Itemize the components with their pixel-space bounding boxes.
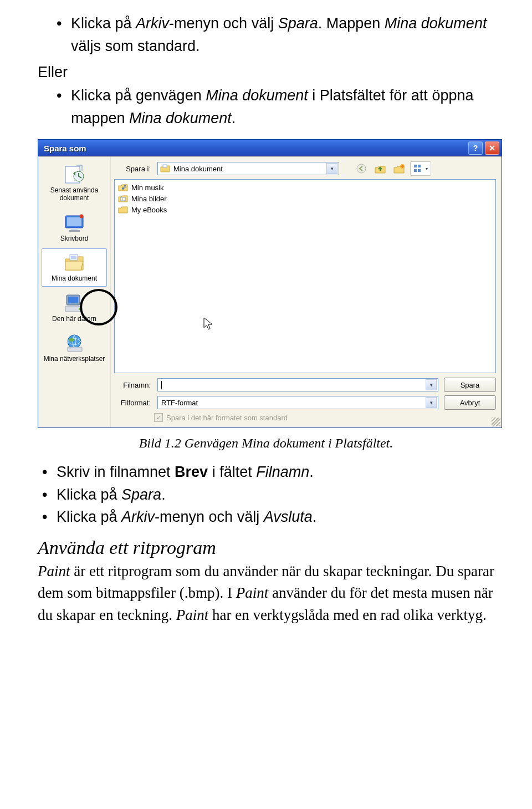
places-recent[interactable]: Senast använda dokument <box>42 160 107 206</box>
my-documents-icon <box>62 251 86 273</box>
bullet-list-top: Klicka på Arkiv-menyn och välj Spara. Ma… <box>38 12 494 57</box>
bullet-list-bottom: Skriv in filnamnet Brev i fältet Filnamn… <box>38 461 494 528</box>
svg-rect-8 <box>71 256 76 259</box>
my-computer-icon <box>62 292 86 314</box>
svg-rect-5 <box>69 230 80 232</box>
list-item: Klicka på Arkiv-menyn och välj Spara. Ma… <box>38 12 494 57</box>
svg-point-14 <box>69 338 74 342</box>
close-icon <box>489 145 495 151</box>
svg-point-23 <box>122 187 124 190</box>
file-item-pictures[interactable]: Mina bilder <box>118 193 492 204</box>
file-list-area[interactable]: Min musik Mina bilder My eBooks <box>114 179 496 373</box>
list-item: Klicka på Spara. <box>38 484 494 506</box>
places-bar: Senast använda dokument Skrivbord <box>38 157 111 428</box>
save-in-combobox[interactable]: Mina dokument ▾ <box>157 162 339 175</box>
file-item-ebooks[interactable]: My eBooks <box>118 204 492 215</box>
file-item-music[interactable]: Min musik <box>118 182 492 193</box>
folder-up-icon <box>374 163 386 174</box>
save-in-toolbar: Spara i: Mina dokument ▾ <box>111 157 502 179</box>
places-network[interactable]: Mina nätverksplatser <box>42 329 107 367</box>
figure-caption: Bild 1.2 Genvägen Mina dokument i Platsf… <box>38 436 494 451</box>
eller-label: Eller <box>38 64 494 81</box>
folder-music-icon <box>118 183 128 192</box>
chevron-down-icon: ▾ <box>426 379 437 390</box>
svg-rect-4 <box>71 228 78 230</box>
section-heading: Använda ett ritprogram <box>38 537 494 558</box>
bullet-list-top2: Klicka på genvägen Mina dokument i Plats… <box>38 84 494 129</box>
folder-icon <box>160 164 170 173</box>
network-places-icon <box>62 332 86 354</box>
svg-rect-3 <box>67 217 81 226</box>
folder-icon <box>118 205 128 214</box>
svg-rect-15 <box>68 347 82 352</box>
cancel-button[interactable]: Avbryt <box>444 395 496 410</box>
nav-up-button[interactable] <box>372 161 388 176</box>
dialog-title: Spara som <box>44 144 86 153</box>
fileformat-combobox[interactable]: RTF-format ▾ <box>157 396 438 409</box>
folder-pictures-icon <box>118 194 128 203</box>
list-item: Skriv in filnamnet Brev i fältet Filnamn… <box>38 461 494 484</box>
back-icon <box>356 163 367 174</box>
chevron-down-icon: ▾ <box>326 163 337 174</box>
views-icon <box>413 164 424 173</box>
new-folder-icon <box>393 163 405 174</box>
svg-point-17 <box>357 164 366 173</box>
resize-grip[interactable] <box>492 418 500 426</box>
svg-rect-19 <box>414 165 417 167</box>
svg-rect-20 <box>418 165 421 167</box>
svg-rect-12 <box>79 308 81 310</box>
cursor-icon <box>203 317 214 331</box>
save-in-label: Spara i: <box>114 165 154 173</box>
default-format-label: Spara i det här formatet som standard <box>166 414 288 422</box>
svg-rect-21 <box>414 169 417 172</box>
titlebar[interactable]: Spara som ? <box>38 140 502 156</box>
svg-point-6 <box>80 214 84 218</box>
save-as-dialog: Spara som ? Senast använda <box>38 139 502 428</box>
recent-documents-icon <box>62 163 86 185</box>
default-format-checkbox[interactable]: ✓ <box>154 413 163 422</box>
svg-point-25 <box>122 199 123 200</box>
close-button[interactable] <box>485 141 499 155</box>
nav-back-button[interactable] <box>354 161 369 176</box>
list-item: Klicka på Arkiv-menyn och välj Avsluta. <box>38 506 494 528</box>
places-my-documents[interactable]: Mina dokument <box>42 248 107 286</box>
new-folder-button[interactable] <box>391 161 407 176</box>
places-desktop[interactable]: Skrivbord <box>42 208 107 246</box>
views-button[interactable]: ▾ <box>410 161 431 176</box>
filename-field[interactable]: ▾ <box>157 378 438 391</box>
help-button[interactable]: ? <box>468 141 483 155</box>
svg-rect-22 <box>418 169 421 172</box>
list-item: Klicka på genvägen Mina dokument i Plats… <box>38 84 494 129</box>
paragraph: Paint är ett ritprogram som du använder … <box>38 561 494 627</box>
svg-point-13 <box>68 335 81 348</box>
places-my-computer[interactable]: Den här datorn <box>42 289 107 327</box>
filename-label: Filnamn: <box>114 381 152 389</box>
svg-rect-10 <box>68 297 78 303</box>
desktop-icon <box>62 211 86 233</box>
chevron-down-icon: ▾ <box>426 397 437 408</box>
fileformat-label: Filformat: <box>114 399 152 407</box>
svg-rect-16 <box>163 165 167 167</box>
save-button[interactable]: Spara <box>444 378 496 392</box>
